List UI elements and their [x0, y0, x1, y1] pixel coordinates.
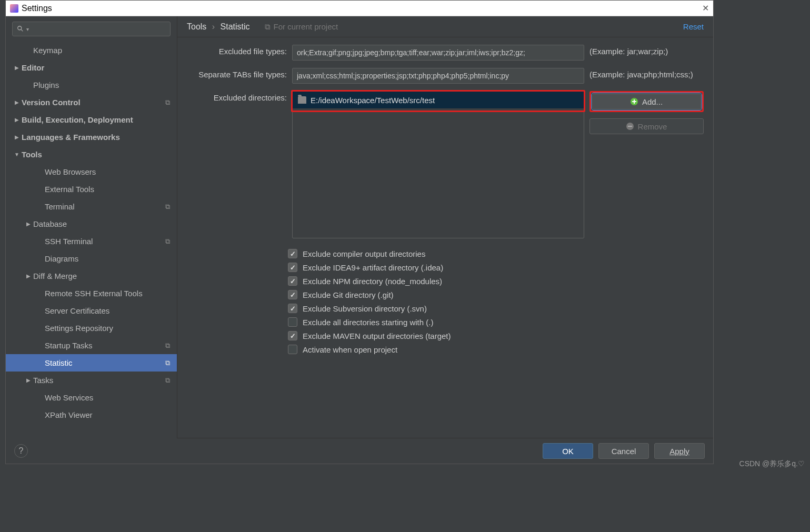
- checkbox[interactable]: [288, 331, 297, 340]
- sidebar-item-version-control[interactable]: Version Control⧉: [6, 94, 177, 111]
- sidebar-item-server-certificates[interactable]: Server Certificates: [6, 302, 177, 319]
- breadcrumb-root: Tools: [187, 22, 206, 31]
- sidebar-item-keymap[interactable]: Keymap: [6, 42, 177, 59]
- ok-button[interactable]: OK: [543, 443, 593, 459]
- sidebar-item-label: Version Control: [22, 98, 165, 107]
- check-row: Exclude IDEA9+ artifact directory (.idea…: [288, 263, 704, 272]
- sidebar-item-label: Diagrams: [45, 254, 177, 263]
- sidebar-item-external-tools[interactable]: External Tools: [6, 180, 177, 198]
- sidebar-item-label: SSH Terminal: [45, 237, 165, 246]
- checkbox-label: Exclude all directories starting with (.…: [303, 318, 433, 327]
- arrow-icon: [24, 377, 33, 383]
- footer: ? OK Cancel Apply: [6, 438, 713, 464]
- sidebar-item-label: Terminal: [45, 202, 165, 211]
- arrow-icon: [24, 273, 33, 279]
- checkbox[interactable]: [288, 290, 297, 299]
- search-input[interactable]: ▾: [12, 22, 171, 36]
- app-logo-icon: [10, 4, 18, 13]
- sidebar-item-label: Diff & Merge: [33, 272, 177, 280]
- check-row: Activate when open project: [288, 345, 704, 354]
- sidebar-item-label: Server Certificates: [45, 306, 177, 315]
- check-row: Exclude NPM directory (node_modules): [288, 276, 704, 286]
- checkbox[interactable]: [288, 249, 297, 258]
- search-icon: [17, 25, 24, 33]
- scope-icon: ⧉: [165, 203, 177, 211]
- sidebar-item-ssh-terminal[interactable]: SSH Terminal⧉: [6, 233, 177, 250]
- sidebar-item-database[interactable]: Database: [6, 215, 177, 233]
- sidebar-item-web-browsers[interactable]: Web Browsers: [6, 163, 177, 180]
- remove-button[interactable]: Remove: [589, 118, 704, 134]
- apply-button[interactable]: Apply: [654, 443, 705, 459]
- separate-tabs-input[interactable]: [292, 68, 584, 84]
- excluded-types-input[interactable]: [292, 45, 584, 61]
- sidebar-item-plugins[interactable]: Plugins: [6, 76, 177, 94]
- cancel-button[interactable]: Cancel: [598, 443, 649, 459]
- sidebar-item-label: Build, Execution, Deployment: [22, 115, 177, 124]
- sidebar-item-label: Startup Tasks: [45, 341, 165, 350]
- sidebar-item-remote-ssh-external-tools[interactable]: Remote SSH External Tools: [6, 285, 177, 302]
- sidebar-item-label: Web Services: [45, 393, 177, 402]
- sidebar-item-label: Web Browsers: [45, 167, 177, 176]
- sidebar-item-label: Remote SSH External Tools: [45, 289, 177, 298]
- check-row: Exclude Subversion directory (.svn): [288, 304, 704, 313]
- check-row: Exclude all directories starting with (.…: [288, 317, 704, 327]
- sidebar-item-web-services[interactable]: Web Services: [6, 389, 177, 406]
- arrow-icon: [12, 152, 22, 157]
- checkbox-label: Exclude Git directory (.git): [303, 290, 394, 299]
- reset-link[interactable]: Reset: [683, 22, 704, 31]
- sidebar-item-editor[interactable]: Editor: [6, 59, 177, 76]
- checkbox[interactable]: [288, 304, 297, 313]
- chevron-right-icon: ›: [212, 22, 215, 31]
- sidebar-item-label: Editor: [22, 63, 177, 72]
- sidebar-item-label: Plugins: [33, 81, 177, 89]
- sidebar-item-diff-merge[interactable]: Diff & Merge: [6, 267, 177, 285]
- sidebar-item-languages-frameworks[interactable]: Languages & Frameworks: [6, 128, 177, 146]
- checkbox[interactable]: [288, 317, 297, 327]
- excluded-types-label: Excluded file types:: [187, 45, 287, 56]
- arrow-icon: [24, 221, 33, 227]
- close-icon[interactable]: ✕: [702, 3, 709, 13]
- svg-line-1: [21, 29, 23, 32]
- sidebar-item-diagrams[interactable]: Diagrams: [6, 250, 177, 267]
- sidebar-item-settings-repository[interactable]: Settings Repository: [6, 319, 177, 337]
- sidebar-item-statistic[interactable]: Statistic⧉: [6, 354, 177, 372]
- plus-icon: [631, 98, 638, 105]
- sidebar-item-xpath-viewer[interactable]: XPath Viewer: [6, 406, 177, 424]
- sidebar-item-build-execution-deployment[interactable]: Build, Execution, Deployment: [6, 111, 177, 128]
- help-button[interactable]: ?: [14, 444, 28, 458]
- sidebar-item-tasks[interactable]: Tasks⧉: [6, 372, 177, 389]
- breadcrumb: Tools › Statistic: [187, 22, 250, 32]
- arrow-icon: [12, 65, 22, 71]
- sidebar-item-tools[interactable]: Tools: [6, 146, 177, 163]
- excluded-dirs-list[interactable]: E:/ideaWorkspace/TestWeb/src/test: [292, 91, 584, 238]
- checkbox-label: Exclude Subversion directory (.svn): [303, 304, 427, 313]
- settings-tree: KeymapEditorPluginsVersion Control⧉Build…: [6, 42, 177, 438]
- sidebar-item-label: Settings Repository: [45, 324, 177, 333]
- scope-icon: ⧉: [165, 98, 177, 107]
- minus-icon: [626, 123, 634, 130]
- sidebar-item-label: Database: [33, 219, 177, 228]
- separate-tabs-label: Separate TABs file types:: [187, 68, 287, 79]
- checkbox-label: Exclude compiler output directories: [303, 249, 425, 258]
- arrow-icon: [12, 99, 22, 105]
- sidebar-item-label: XPath Viewer: [45, 410, 177, 419]
- highlight-box: Add...: [589, 91, 704, 112]
- sidebar-item-label: Statistic: [45, 358, 165, 367]
- folder-icon: [298, 96, 306, 104]
- breadcrumb-leaf: Statistic: [221, 22, 250, 31]
- sidebar-item-label: Languages & Frameworks: [22, 133, 177, 142]
- sidebar-item-terminal[interactable]: Terminal⧉: [6, 198, 177, 215]
- checkbox[interactable]: [288, 276, 297, 286]
- scope-icon: ⧉: [165, 376, 177, 385]
- arrow-icon: [12, 134, 22, 140]
- checkbox[interactable]: [288, 263, 297, 272]
- project-scope-hint: ⧉ For current project: [265, 22, 338, 32]
- sidebar-item-label: Tasks: [33, 376, 165, 385]
- sidebar-item-startup-tasks[interactable]: Startup Tasks⧉: [6, 337, 177, 354]
- checkbox-label: Exclude MAVEN output directories (target…: [303, 332, 451, 340]
- excluded-dir-item[interactable]: E:/ideaWorkspace/TestWeb/src/test: [293, 92, 584, 108]
- watermark: CSDN @养乐多q.♡: [739, 459, 805, 469]
- add-button[interactable]: Add...: [592, 94, 701, 109]
- check-row: Exclude Git directory (.git): [288, 290, 704, 299]
- checkbox[interactable]: [288, 345, 297, 354]
